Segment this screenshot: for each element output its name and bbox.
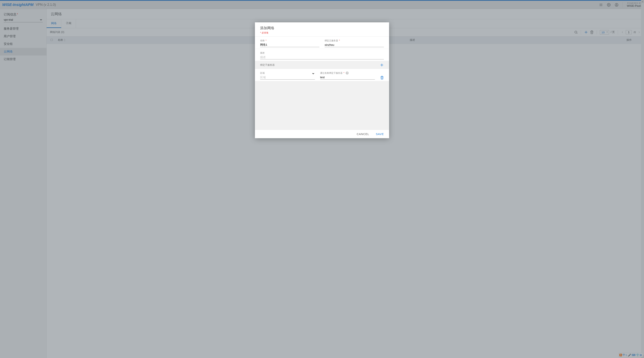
help-icon[interactable]: ? bbox=[346, 71, 349, 74]
chevron-down-icon bbox=[312, 72, 315, 75]
name-label: 名称 * bbox=[260, 39, 320, 42]
delete-row-icon[interactable] bbox=[380, 76, 384, 79]
save-button[interactable]: SAVE bbox=[376, 132, 384, 136]
sub-server-section: 绑定子服务器 bbox=[255, 61, 389, 69]
dialog-title: 添加网络 bbox=[260, 26, 384, 30]
bind-sub-label: 通过名称绑定子服务器 * ? bbox=[320, 71, 375, 75]
add-network-dialog: 添加网络 * 必填项 名称 * 绑定主服务器 * 描述 bbox=[255, 22, 389, 138]
region-label: 区域 bbox=[260, 71, 315, 75]
cancel-button[interactable]: CANCEL bbox=[357, 132, 369, 136]
desc-label: 描述 bbox=[260, 51, 384, 54]
region-select[interactable] bbox=[260, 75, 315, 79]
bind-sub-input[interactable] bbox=[320, 75, 375, 79]
name-input[interactable] bbox=[260, 43, 320, 47]
bind-main-label: 绑定主服务器 * bbox=[324, 39, 384, 42]
required-hint: * 必填项 bbox=[260, 31, 384, 34]
bind-main-input[interactable] bbox=[324, 43, 384, 47]
add-sub-server-icon[interactable] bbox=[380, 63, 384, 67]
modal-overlay: 添加网络 * 必填项 名称 * 绑定主服务器 * 描述 bbox=[0, 0, 644, 358]
desc-input[interactable] bbox=[260, 55, 384, 59]
